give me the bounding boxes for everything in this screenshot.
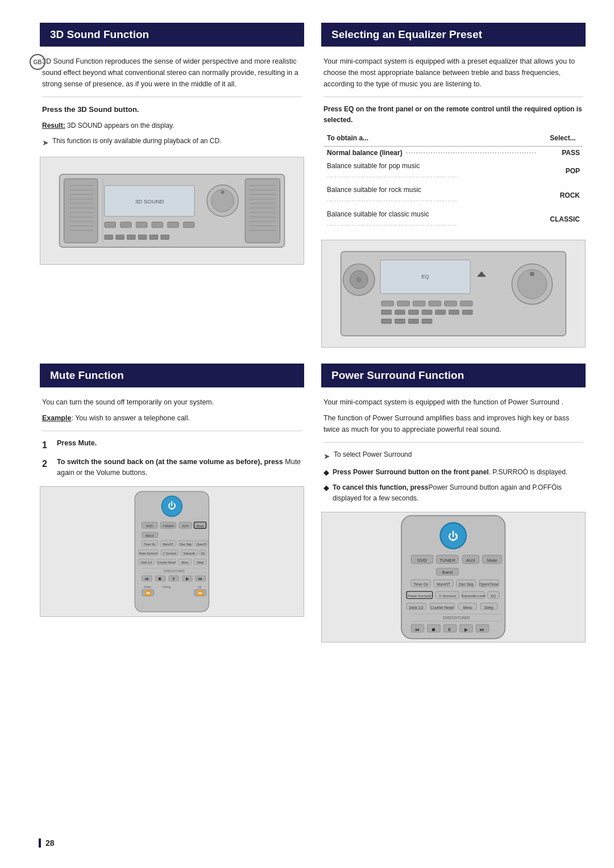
- eq-table-row-value-1: POP: [546, 160, 583, 183]
- stereo-svg: 3D SOUND: [40, 157, 304, 264]
- section-3d-body: 3D Sound Function reproduces the sense o…: [42, 56, 302, 90]
- svg-rect-35: [183, 222, 194, 228]
- svg-text:DVD/CD/TUNER: DVD/CD/TUNER: [164, 570, 185, 573]
- section-3d-content: 3D Sound Function reproduces the sense o…: [40, 56, 304, 149]
- svg-rect-52: [381, 301, 394, 306]
- svg-text:AUX: AUX: [466, 558, 476, 563]
- section-mute: Mute Function You can turn the sound off…: [40, 364, 304, 643]
- svg-text:Sleep: Sleep: [484, 606, 494, 610]
- mute-step-1: 1 Press Mute.: [42, 438, 302, 453]
- surround-bullet2: ◆ To cancel this function, pressPower Su…: [323, 482, 583, 504]
- svg-text:Mute: Mute: [197, 524, 204, 528]
- svg-rect-58: [381, 310, 392, 315]
- eq-table-row-value-3: CLASSIC: [546, 208, 583, 232]
- svg-rect-31: [120, 222, 131, 228]
- svg-point-51: [530, 272, 534, 276]
- section-mute-title: Mute Function: [40, 364, 304, 387]
- svg-text:Subwoofer Level: Subwoofer Level: [462, 595, 486, 598]
- svg-rect-15: [245, 179, 280, 243]
- result-line-3d: Result: 3D SOUND appears on the display.: [42, 120, 302, 131]
- page-number: 28: [39, 838, 55, 848]
- svg-text:Subwoofer: Subwoofer: [184, 552, 196, 555]
- svg-rect-60: [408, 310, 418, 315]
- step-text-1: Press Mute.: [57, 438, 97, 449]
- svg-rect-57: [460, 301, 472, 306]
- svg-text:▶: ▶: [464, 627, 468, 632]
- svg-text:DVD: DVD: [417, 558, 427, 563]
- section-3d: 3D Sound Function 3D Sound Function repr…: [40, 23, 304, 348]
- svg-text:⏸: ⏸: [448, 627, 453, 632]
- svg-point-48: [356, 277, 362, 282]
- svg-text:Menu: Menu: [463, 606, 472, 610]
- step-text-2: To switch the sound back on (at the same…: [57, 457, 302, 478]
- svg-text:Timer On: Timer On: [144, 543, 155, 546]
- surround-bullet1-text: Press Power Surround button on the front…: [333, 467, 567, 478]
- mute-body: You can turn the sound off temporarily o…: [42, 397, 302, 408]
- svg-rect-36: [105, 235, 113, 240]
- svg-rect-40: [150, 235, 158, 240]
- svg-rect-63: [449, 310, 459, 315]
- bottom-two-col: Mute Function You can turn the sound off…: [40, 364, 586, 643]
- press-button-3d: Press the 3D Sound button.: [42, 104, 302, 116]
- section-3d-title: 3D Sound Function: [40, 23, 304, 47]
- svg-text:Band: Band: [146, 534, 154, 537]
- svg-text:⏩: ⏩: [197, 590, 204, 596]
- svg-text:Counter Reset: Counter Reset: [157, 561, 176, 564]
- section-surround-content: Your mini-compact system is equipped wit…: [321, 397, 586, 504]
- eq-device-image: EQ: [321, 240, 586, 348]
- svg-text:Counter Reset: Counter Reset: [431, 606, 454, 610]
- tip-line-3d: ➤ This function is only available during…: [42, 136, 302, 149]
- svg-text:⏮: ⏮: [145, 577, 149, 581]
- svg-rect-56: [445, 301, 457, 306]
- svg-rect-53: [397, 301, 410, 306]
- svg-text:EQ: EQ: [422, 274, 429, 279]
- section-surround-title: Power Surround Function: [321, 364, 586, 387]
- tip-text-3d: This function is only available during p…: [52, 136, 222, 147]
- svg-rect-39: [138, 235, 147, 240]
- svg-text:Power Surround: Power Surround: [408, 595, 432, 598]
- svg-rect-66: [395, 319, 405, 323]
- mute-example-text: : You wish to answer a telephone call.: [71, 414, 189, 422]
- surround-tip-text: To select Power Surround: [334, 449, 412, 460]
- surround-body2: The function of Power Surround amplifies…: [323, 412, 583, 435]
- svg-rect-30: [105, 222, 116, 228]
- svg-text:⏸: ⏸: [172, 577, 176, 581]
- svg-text:Band: Band: [442, 570, 453, 575]
- eq-table-row-label-3: Balance suitable for classic music ·····…: [323, 208, 546, 232]
- surround-body1: Your mini-compact system is equipped wit…: [323, 397, 583, 408]
- svg-text:EQ: EQ: [201, 552, 205, 555]
- section-mute-content: You can turn the sound off temporarily o…: [40, 397, 304, 478]
- svg-text:Open/Close: Open/Close: [480, 582, 499, 587]
- svg-text:Tuning: Tuning: [162, 585, 171, 588]
- svg-text:Disc Skip: Disc Skip: [180, 543, 192, 546]
- svg-text:TUNER: TUNER: [163, 524, 174, 528]
- svg-rect-55: [429, 301, 441, 306]
- svg-rect-59: [395, 310, 405, 315]
- mute-remote-image: ⏻ DVD TUNER AUX Mute Band Timer On: [40, 486, 304, 617]
- svg-text:EQ: EQ: [491, 595, 496, 598]
- svg-rect-65: [381, 319, 392, 323]
- divider-surround: [323, 442, 583, 443]
- svg-text:⏭: ⏭: [198, 577, 202, 581]
- svg-text:3D SOUND: 3D SOUND: [135, 199, 164, 205]
- svg-text:⏻: ⏻: [448, 530, 458, 542]
- svg-text:Down: Down: [144, 585, 152, 588]
- mute-example-label: Example: [42, 414, 71, 422]
- svg-rect-38: [127, 235, 135, 240]
- mute-steps: 1 Press Mute. 2 To switch the sound back…: [42, 438, 302, 478]
- surround-bullet1: ◆ Press Power Surround button on the fro…: [323, 467, 583, 479]
- svg-text:⏻: ⏻: [168, 500, 176, 510]
- svg-rect-62: [435, 310, 446, 315]
- svg-rect-54: [413, 301, 425, 306]
- eq-table-row-label-1: Balance suitable for pop music ·········…: [323, 160, 546, 183]
- svg-text:Sleep: Sleep: [197, 561, 204, 564]
- svg-text:Mute: Mute: [487, 558, 497, 563]
- surround-remote-image: ⏻ DVD TUNER AUX Mute Band Timer On: [321, 512, 586, 642]
- svg-text:⏹: ⏹: [159, 577, 163, 581]
- svg-rect-32: [136, 222, 147, 228]
- section-eq: Selecting an Equalizer Preset Your mini-…: [321, 23, 586, 348]
- svg-text:Open/Cl: Open/Cl: [197, 543, 207, 546]
- svg-text:Deck 1/2: Deck 1/2: [409, 606, 424, 610]
- gb-badge: GB: [30, 54, 45, 70]
- svg-text:Disc Skip: Disc Skip: [459, 582, 474, 587]
